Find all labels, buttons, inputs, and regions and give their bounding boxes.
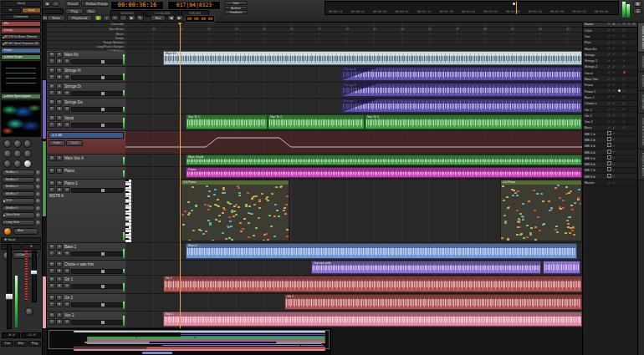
track-header-choke-n-wav-hits[interactable]: MSChoke n wav hitsPAG	[47, 261, 125, 276]
track-list-check[interactable]: ✓	[621, 119, 626, 124]
strip-tab-mstr[interactable]: Mstr	[14, 341, 27, 347]
mini-timeline[interactable]: 00:00:1400:00:2800:00:4300:00:5700:01:12…	[325, 1, 619, 15]
midi-note[interactable]	[248, 236, 250, 238]
track-list-check[interactable]: ✓	[621, 113, 626, 118]
processor-a-inline-spectrogram[interactable]: a-Inline Spectrogram	[1, 94, 41, 99]
track-list-check[interactable]: ✓	[611, 33, 616, 38]
track-list-name[interactable]: MB 8-b	[583, 175, 606, 179]
strip-pan-mode-button[interactable]: Dual	[22, 8, 42, 13]
midi-note[interactable]	[540, 193, 543, 195]
rec-shuttle-button[interactable]: Rec	[85, 8, 97, 14]
eq-knob-1[interactable]	[3, 139, 12, 148]
sidebar-tab-snapshots[interactable]: Snapshots	[638, 91, 644, 114]
editor-canvas[interactable]: Main KitStrings AStrings BStrings CVox T…	[125, 51, 582, 328]
track-name-label[interactable]: Main Vox A	[64, 156, 84, 160]
midi-note[interactable]	[258, 217, 260, 219]
processor-a-inline-scope[interactable]: a-Inline Scope	[1, 54, 41, 60]
playlist-button[interactable]: P	[49, 268, 55, 274]
mute-button[interactable]: M	[49, 155, 55, 161]
track-header-piano[interactable]: MSPiano	[47, 167, 125, 180]
midi-note[interactable]	[218, 215, 221, 216]
midi-note[interactable]	[187, 214, 190, 216]
midi-note[interactable]	[569, 232, 571, 234]
midi-note[interactable]	[227, 202, 230, 204]
midi-note[interactable]	[238, 187, 240, 189]
track-list-name[interactable]: MB 1-b	[583, 132, 606, 136]
track-list-check[interactable]: ✓	[621, 58, 626, 63]
track-header-piano-1[interactable]: MSPiano 1PAGMSTR A	[47, 180, 125, 243]
midi-note[interactable]	[204, 204, 207, 205]
track-lane-main-vox-a[interactable]: Main Vox A	[125, 155, 582, 167]
track-list-check[interactable]: ✓	[621, 94, 626, 99]
mixer-window-button[interactable]: ▦	[633, 1, 642, 7]
region-fade-in[interactable]	[342, 68, 377, 80]
midi-note[interactable]	[223, 209, 226, 210]
strip-name-button[interactable]: Vocal	[1, 1, 41, 7]
region-2-6-piano[interactable]: 2-6 Piano	[181, 180, 289, 241]
track-name-label[interactable]: Main Kit	[64, 53, 79, 57]
midi-note[interactable]	[195, 205, 197, 207]
solo-button[interactable]: S	[56, 295, 63, 301]
track-list-name[interactable]: MB 3-b	[583, 144, 606, 148]
send-level-knob[interactable]	[36, 199, 40, 203]
track-list-name[interactable]: MB 4-b	[583, 150, 606, 155]
eq-knob-9[interactable]	[23, 160, 32, 168]
region-2-6-piano[interactable]: 2-6 Piano	[500, 180, 582, 241]
midi-note[interactable]	[572, 226, 575, 228]
stretch-tool[interactable]: ↔	[120, 15, 127, 21]
nudge-clock[interactable]: 00 00 00 00	[185, 15, 215, 23]
track-list-row-click[interactable]: Click✓✓✓	[583, 28, 638, 33]
channel-fader-handle[interactable]	[5, 293, 13, 300]
automation-button[interactable]: A	[56, 90, 63, 96]
midi-note[interactable]	[238, 192, 241, 194]
track-gain-fader[interactable]	[71, 75, 124, 80]
track-name-label[interactable]: Strings Dr	[64, 84, 81, 89]
track-list-row-vox[interactable]: Vox✓✓✓	[583, 33, 638, 39]
track-list-check[interactable]: ✓	[621, 89, 626, 94]
master-assign-button[interactable]: Mstr	[13, 228, 38, 235]
midi-note[interactable]	[228, 237, 231, 239]
mute-button[interactable]: M	[49, 276, 55, 282]
track-list-name[interactable]: Vox	[583, 34, 606, 38]
midi-note[interactable]	[222, 192, 224, 194]
midi-note[interactable]	[286, 195, 289, 197]
mute-button[interactable]: M	[49, 180, 55, 186]
region-vox-2[interactable]: Vox 2	[163, 312, 582, 327]
midi-note[interactable]	[270, 226, 273, 227]
midi-note[interactable]	[184, 210, 187, 212]
midi-note[interactable]	[507, 207, 509, 209]
group-button[interactable]: G	[64, 90, 70, 96]
preferences-button[interactable]: ☰	[633, 8, 642, 14]
playlist-button[interactable]: P	[49, 90, 55, 96]
solo-button[interactable]: S	[56, 84, 63, 89]
solo-button[interactable]: S	[56, 244, 63, 250]
midi-note[interactable]	[263, 240, 265, 241]
group-button[interactable]: G	[64, 187, 70, 193]
track-header-strings-dr[interactable]: MSStrings DrPAG	[47, 83, 125, 99]
track-list-row-main-kit[interactable]: Main Kit✓✓✓	[583, 46, 638, 52]
midi-note[interactable]	[208, 190, 211, 192]
midi-note[interactable]	[557, 185, 560, 186]
midi-note[interactable]	[273, 216, 276, 217]
track-list-check[interactable]: ✓	[611, 94, 616, 99]
solo-button[interactable]: S	[56, 180, 63, 186]
midi-note[interactable]	[233, 205, 236, 207]
track-list-check[interactable]: ✓	[611, 180, 616, 185]
playlist-button[interactable]: P	[49, 106, 55, 112]
midi-note[interactable]	[207, 195, 210, 197]
record-icon[interactable]: ●	[52, 1, 59, 7]
send-button-vox[interactable]: VOX	[2, 198, 35, 205]
sidebar-tab-ranges-marks[interactable]: Ranges & Marks	[638, 150, 644, 180]
track-list-name[interactable]: Gtr 2	[583, 114, 606, 118]
track-lane-piano-1[interactable]: 2-6 Piano2-6 Piano	[125, 180, 582, 243]
eq-knob-4[interactable]	[3, 150, 12, 158]
track-list-check[interactable]: ✓	[611, 77, 616, 82]
track-gain-fader[interactable]	[71, 107, 124, 112]
midi-note[interactable]	[548, 200, 550, 202]
midi-note[interactable]	[207, 220, 210, 221]
send-button-mixbus-6[interactable]: MixBus 6	[2, 205, 35, 212]
midi-note[interactable]	[559, 206, 561, 208]
midi-note[interactable]	[267, 239, 269, 241]
track-list-row-piano-1[interactable]: Piano 1✓✓✓	[583, 89, 638, 94]
midi-note[interactable]	[285, 204, 288, 205]
